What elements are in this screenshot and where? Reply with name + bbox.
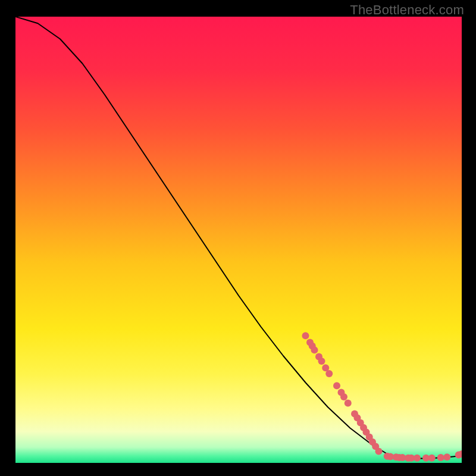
chart-container: TheBottleneck.com (0, 0, 476, 476)
watermark-text: TheBottleneck.com (350, 2, 464, 18)
chart-canvas (15, 17, 462, 463)
plot-area (15, 17, 462, 463)
